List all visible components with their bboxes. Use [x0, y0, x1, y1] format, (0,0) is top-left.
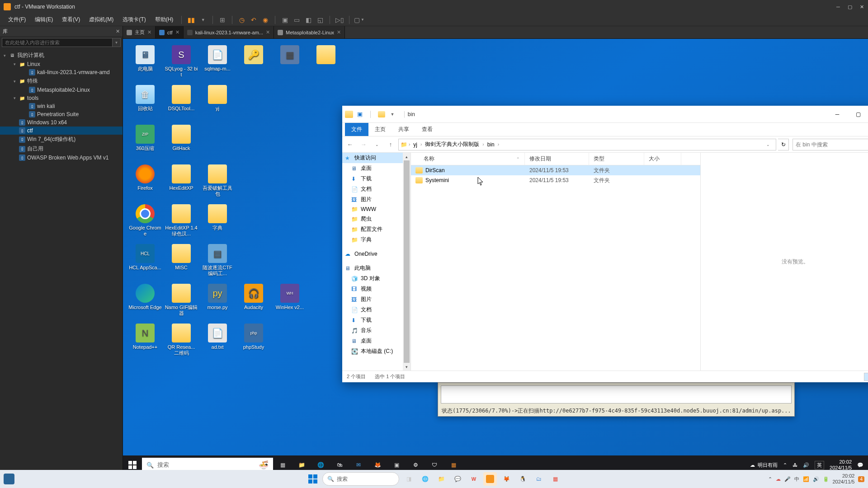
desktop-icon-folder1[interactable]	[308, 43, 344, 82]
host-edge[interactable]: 🌐	[418, 472, 432, 486]
tray-chevron[interactable]: ⌃	[783, 462, 787, 468]
notification-center-icon[interactable]: 💬	[857, 462, 863, 468]
nav-www[interactable]: 📁WWW	[342, 205, 410, 214]
desktop-icon-adtxt[interactable]: 📄ad.txt	[200, 322, 235, 361]
tree-vm-selfuse[interactable]: ▯自己用	[0, 144, 123, 154]
scroll-down-icon[interactable]: ▾	[403, 363, 410, 371]
nav-documents[interactable]: 📄文档📌	[342, 184, 410, 194]
tray-volume-icon[interactable]: 🔊	[803, 462, 809, 468]
nav-pics2[interactable]: 🖼图片	[342, 294, 410, 305]
nav-up-button[interactable]: ↑	[385, 139, 396, 150]
tab-ctf[interactable]: ctf✕	[156, 26, 184, 38]
desktop-icon-generic1[interactable]: 🔑	[236, 43, 271, 82]
widgets-button[interactable]	[4, 474, 14, 484]
clock-icon[interactable]: ◷	[237, 15, 247, 25]
explorer-maximize-button[interactable]: ▢	[848, 106, 868, 122]
desktop-icon-hexedit1[interactable]: HexEditXP	[164, 163, 199, 202]
desktop-icon-ctftool[interactable]: ▤随波逐流CTF编码工...	[200, 242, 235, 281]
tab-close-icon[interactable]: ✕	[337, 29, 341, 35]
tree-scrollbar[interactable]: ▴ ▾	[403, 153, 410, 371]
tab-kali[interactable]: kali-linux-2023.1-vmware-am...✕	[184, 26, 274, 38]
qat-new-folder-icon[interactable]	[377, 109, 387, 119]
desktop-icon-dict[interactable]: 字典	[200, 202, 235, 241]
col-size[interactable]: 大小	[644, 153, 681, 165]
tray-battery-icon[interactable]: 🔋	[823, 476, 829, 482]
tray-chevron-icon[interactable]: ⌃	[768, 476, 772, 482]
desktop-icon-generic2[interactable]: ▦	[272, 43, 307, 82]
tree-vm-metasploitable[interactable]: ▯Metasploitable2-Linux	[0, 86, 123, 94]
nav-onedrive[interactable]: ☁OneDrive	[342, 249, 410, 258]
nav-forward-button[interactable]: →	[358, 139, 369, 150]
snapshot-button[interactable]: ⊞	[217, 15, 227, 25]
tree-special-folder[interactable]: ▾📁特殊	[0, 76, 123, 86]
explorer-search-input[interactable]	[793, 141, 868, 148]
qat-dropdown[interactable]: ▼	[387, 109, 397, 119]
desktop-icon-yj[interactable]: yj	[200, 83, 235, 122]
host-clock[interactable]: 20:02 2024/11/5	[833, 473, 855, 484]
tree-vm-owasp[interactable]: ▯OWASP Broken Web Apps VM v1	[0, 154, 123, 162]
address-dropdown[interactable]: ⌄	[762, 139, 774, 150]
menu-tabs[interactable]: 选项卡(T)	[119, 14, 149, 25]
host-firefox[interactable]: 🦊	[500, 472, 513, 486]
notification-badge-icon[interactable]: 4	[858, 476, 864, 482]
host-vmware[interactable]	[483, 472, 497, 486]
nav-desktop2[interactable]: 🖥桌面	[342, 336, 410, 346]
refresh-button[interactable]: ↻	[778, 139, 789, 150]
menu-file[interactable]: 文件(F)	[5, 14, 29, 25]
ribbon-tab-home[interactable]: 主页	[368, 123, 392, 136]
qat-properties-icon[interactable]: ▣	[355, 109, 365, 119]
tray-onedrive-icon[interactable]: ☁	[776, 476, 781, 482]
nav-desktop[interactable]: 🖥桌面📌	[342, 163, 410, 174]
sidebar-search-input[interactable]	[2, 38, 113, 47]
close-button[interactable]: ✕	[859, 4, 864, 9]
scanner-window[interactable]: 状态(1775/23066/7.70%)->正在扫描http://0e6277b…	[438, 382, 795, 417]
desktop-icon-chrome[interactable]: Google Chrome	[127, 202, 163, 241]
nav-pictures[interactable]: 🖼图片📌	[342, 194, 410, 205]
tree-tools-folder[interactable]: ▾📁tools	[0, 94, 123, 102]
search-dropdown-button[interactable]: ▼	[113, 38, 121, 47]
tab-home[interactable]: 主页✕	[123, 26, 156, 38]
desktop-icon-notepad[interactable]: NNotepad++	[127, 322, 163, 361]
tray-volume-icon[interactable]: 🔊	[813, 476, 819, 482]
layout-btn-3[interactable]: ◧	[303, 15, 313, 25]
nav-docs2[interactable]: 📄文档	[342, 305, 410, 315]
tree-root[interactable]: ▾🖥我的计算机	[0, 51, 123, 60]
desktop-icon-thispc[interactable]: 🖥此电脑	[127, 43, 163, 82]
tab-metasploitable[interactable]: Metasploitable2-Linux✕	[274, 26, 345, 38]
nav-music[interactable]: 🎵音乐	[342, 325, 410, 336]
tree-vm-ctf[interactable]: ▯ctf	[0, 127, 123, 135]
nav-config[interactable]: 📁配置文件	[342, 224, 410, 235]
col-date[interactable]: 修改日期	[525, 153, 589, 165]
host-search-box[interactable]: 🔍搜索	[322, 472, 399, 486]
nav-videos[interactable]: 🎞视频	[342, 284, 410, 294]
tray-network-icon[interactable]: 🖧	[793, 462, 797, 468]
menu-view[interactable]: 查看(V)	[58, 14, 84, 25]
minimize-button[interactable]: ─	[835, 4, 841, 9]
tray-mic-icon[interactable]: 🎤	[784, 476, 791, 482]
nav-downloads[interactable]: ⬇下载📌	[342, 174, 410, 184]
desktop-icon-edge[interactable]: Microsoft Edge	[127, 282, 163, 321]
host-wechat[interactable]: 💬	[451, 472, 464, 486]
host-taskview[interactable]: ◨	[402, 472, 415, 486]
host-qq[interactable]: 🐧	[516, 472, 529, 486]
tree-vm-kali[interactable]: ▯kali-linux-2023.1-vmware-amd	[0, 68, 123, 76]
nav-dict[interactable]: 📁字典	[342, 235, 410, 245]
desktop-icon-githack[interactable]: GitHack	[164, 123, 199, 162]
tab-close-icon[interactable]: ✕	[147, 29, 151, 35]
nav-localdisk[interactable]: 💽本地磁盘 (C:)	[342, 346, 410, 357]
console-button[interactable]: ▷▯	[335, 15, 344, 25]
desktop-icon-wuai[interactable]: 吾爱破解工具包	[200, 163, 235, 202]
desktop-icon-recycle[interactable]: 🗑回收站	[127, 83, 163, 122]
host-explorer[interactable]: 📁	[434, 472, 448, 486]
host-app2[interactable]: ▦	[548, 472, 562, 486]
breadcrumb-app[interactable]: 御剑无字典大小限制版	[423, 141, 481, 148]
desktop-icon-qr[interactable]: QR Resea... 二维码	[164, 322, 199, 361]
weather-widget[interactable]: ☁明日有雨	[750, 462, 778, 469]
layout-btn-2[interactable]: ▭	[292, 15, 302, 25]
nav-back-button[interactable]: ←	[344, 139, 356, 150]
desktop-icon-namo[interactable]: Namo GIF编辑器	[164, 282, 199, 321]
tree-linux-folder[interactable]: ▾📁Linux	[0, 60, 123, 68]
desktop-icon-audacity[interactable]: 🎧Audacity	[236, 282, 271, 321]
pause-vm-button[interactable]: ▮▮	[186, 15, 196, 25]
ribbon-tab-file[interactable]: 文件	[345, 123, 368, 136]
